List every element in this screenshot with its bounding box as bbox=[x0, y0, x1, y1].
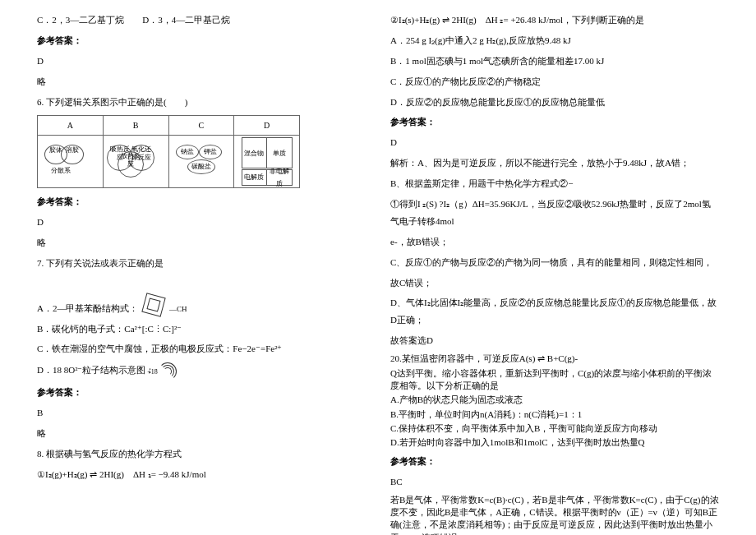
ellipsis-5: 略 bbox=[37, 73, 366, 90]
q8-option-d: D．反应②的反应物总能量比反应①的反应物总能量低 bbox=[390, 94, 719, 111]
exp8-b3: e-，故B错误； bbox=[390, 233, 719, 251]
exp8-a: 解析：A、因为是可逆反应，所以不能进行完全，放热小于9.48kJ，故A错； bbox=[390, 155, 719, 172]
q20-option-b: B.平衡时，单位时间内n(A消耗)：n(C消耗)=1：1 bbox=[390, 408, 719, 421]
answer-label-6: 参考答案： bbox=[37, 193, 366, 210]
answer-6: D bbox=[37, 214, 366, 231]
exp8-d: D、气体I₂比固体I₂能量高，反应②的反应物总能量比反应①的反应物总能量低，故D… bbox=[390, 294, 719, 329]
question-8: 8. 根据碘与氢气反应的热化学方程式 bbox=[37, 445, 366, 463]
q7-option-b: B．碳化钙的电子式：Ca²⁺[:C⋮C:]²⁻ bbox=[37, 321, 366, 338]
th-d: D bbox=[234, 116, 300, 136]
q20-option-d: D.若开始时向容器中加入1molB和1molC，达到平衡时放出热量Q bbox=[390, 436, 719, 449]
q6-table: A B C D 胶体 溶胶 分散系 吸热反应 氧化还原反应 bbox=[37, 115, 300, 188]
q5-options-cd: C．2，3—二乙基丁烷 D．3，4—二甲基己烷 bbox=[37, 12, 366, 29]
answer-label-5: 参考答案： bbox=[37, 32, 366, 49]
exp8-b1: B、根据盖斯定律，用题干中热化学方程式②− bbox=[390, 175, 719, 192]
exp20: 若B是气体，平衡常数K=c(B)·c(C)，若B是非气体，平衡常数K=c(C)，… bbox=[390, 494, 719, 535]
exp8-c1: C、反应①的产物与反应②的产物为同一物质，具有的能量相同，则稳定性相同， bbox=[390, 254, 719, 271]
q20-option-c: C.保持体积不变，向平衡体系中加入B，平衡可能向逆反应方向移动 bbox=[390, 422, 719, 435]
answer-label-8: 参考答案： bbox=[390, 113, 719, 131]
atom-structure-icon: +18 bbox=[157, 361, 182, 380]
q8-option-c: C．反应①的产物比反应②的产物稳定 bbox=[390, 73, 719, 90]
exp8-c2: 故C错误； bbox=[390, 274, 719, 292]
question-6: 6. 下列逻辑关系图示中正确的是( ) bbox=[37, 94, 366, 111]
th-a: A bbox=[38, 116, 104, 136]
q8-option-a: A．254 g I₂(g)中通入2 g H₂(g),反应放热9.48 kJ bbox=[390, 32, 719, 49]
question-7: 7. 下列有关说法或表示正确的是 bbox=[37, 255, 366, 272]
cell-a: 胶体 溶胶 分散系 bbox=[38, 136, 104, 188]
th-b: B bbox=[103, 116, 168, 136]
cell-c: 钠盐 钾盐 碳酸盐 bbox=[168, 136, 234, 188]
answer-20: BC bbox=[390, 473, 719, 491]
exp8-end: 故答案选D bbox=[390, 332, 719, 349]
q8-eq1: ①I₂(g)+H₂(g) ⇌ 2HI(g) ΔH ₁= −9.48 kJ/mol bbox=[37, 466, 366, 483]
cell-b: 吸热反应 氧化还原反应 放热反应 bbox=[103, 136, 168, 188]
question-20-line2: Q达到平衡。缩小容器体积，重新达到平衡时，C(g)的浓度与缩小体积前的平衡浓度相… bbox=[390, 367, 719, 393]
answer-label-20: 参考答案： bbox=[390, 453, 719, 470]
th-c: C bbox=[168, 116, 234, 136]
question-20-line1: 20.某恒温密闭容器中，可逆反应A(s) ⇌ B+C(g)- bbox=[390, 353, 719, 365]
q8-option-b: B．1 mol固态碘与1 mol气态碘所含的能量相差17.00 kJ bbox=[390, 53, 719, 70]
ellipsis-6: 略 bbox=[37, 234, 366, 251]
q20-option-a: A.产物B的状态只能为固态或液态 bbox=[390, 394, 719, 406]
cell-d: 混合物 单质 电解质 非电解质 bbox=[234, 136, 300, 188]
answer-label-7: 参考答案： bbox=[37, 384, 366, 401]
answer-8: D bbox=[390, 134, 719, 151]
q7-option-a: A．2—甲基苯酚结构式： —CH bbox=[37, 292, 366, 317]
exp8-b2: ①得到I ₂(S) ?I₂（g）ΔH=35.96KJ/L，当反应②吸收52.96… bbox=[390, 196, 719, 230]
ellipsis-7: 略 bbox=[37, 425, 366, 442]
answer-5: D bbox=[37, 53, 366, 70]
q8-eq2: ②I₂(s)+H₂(g) ⇌ 2HI(g) ΔH ₂= +26.48 kJ/mo… bbox=[390, 12, 719, 29]
q7-option-c: C．铁在潮湿的空气中腐蚀，正极的电极反应式：Fe−2e⁻=Fe²⁺ bbox=[37, 340, 366, 357]
benzene-icon bbox=[142, 293, 166, 316]
answer-7: B bbox=[37, 404, 366, 422]
q7-option-d: D．18 8O²⁻粒子结构示意图： +18 bbox=[37, 361, 366, 380]
